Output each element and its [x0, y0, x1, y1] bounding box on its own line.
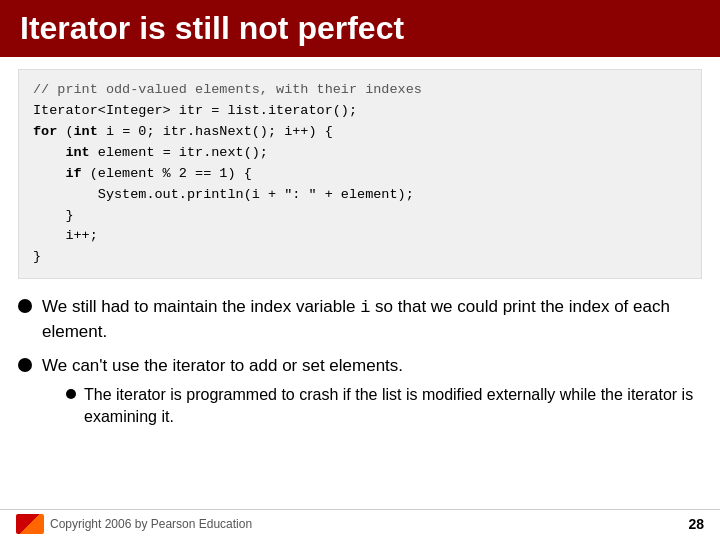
code-line-2: Iterator<Integer> itr = list.iterator(); [33, 101, 687, 122]
code-block: // print odd-valued elements, with their… [18, 69, 702, 279]
bullet-section: We still had to maintain the index varia… [18, 295, 702, 509]
bullet-item-2: We can't use the iterator to add or set … [18, 354, 702, 429]
code-line-8: i++; [33, 226, 687, 247]
code-line-3: for (int i = 0; itr.hasNext(); i++) { [33, 122, 687, 143]
title-bar: Iterator is still not perfect [0, 0, 720, 57]
slide: Iterator is still not perfect // print o… [0, 0, 720, 540]
sub-bullet-dot-1 [66, 389, 76, 399]
bullet-dot-2 [18, 358, 32, 372]
slide-title: Iterator is still not perfect [20, 10, 404, 47]
footer-page-number: 28 [688, 516, 704, 532]
code-line-6: System.out.println(i + ": " + element); [33, 185, 687, 206]
pearson-logo [16, 514, 44, 534]
bullet-dot-1 [18, 299, 32, 313]
code-line-5: if (element % 2 == 1) { [33, 164, 687, 185]
code-line-7: } [33, 206, 687, 227]
sub-bullet-text-1: The iterator is programmed to crash if t… [84, 384, 702, 429]
sub-bullet-1: The iterator is programmed to crash if t… [66, 384, 702, 429]
bullet-item-1: We still had to maintain the index varia… [18, 295, 702, 344]
footer: Copyright 2006 by Pearson Education 28 [0, 509, 720, 540]
footer-left: Copyright 2006 by Pearson Education [16, 514, 252, 534]
footer-copyright: Copyright 2006 by Pearson Education [50, 517, 252, 531]
code-line-9: } [33, 247, 687, 268]
code-line-1: // print odd-valued elements, with their… [33, 80, 687, 101]
bullet-text-2: We can't use the iterator to add or set … [42, 354, 702, 429]
code-line-4: int element = itr.next(); [33, 143, 687, 164]
bullet-text-1: We still had to maintain the index varia… [42, 295, 702, 344]
inline-code-i: i [360, 298, 370, 317]
